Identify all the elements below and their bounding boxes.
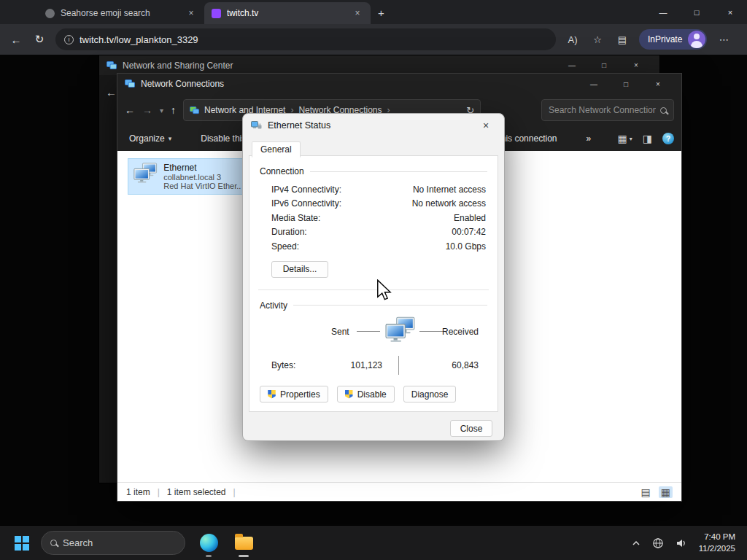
browser-minimize-button[interactable]: —	[646, 0, 680, 24]
browser-refresh-button[interactable]: ↻	[32, 33, 47, 46]
explorer-title-text: Network Connections	[141, 79, 224, 89]
more-menu-icon[interactable]: ⋯	[716, 34, 732, 45]
inprivate-label: InPrivate	[648, 34, 682, 44]
bytes-label: Bytes:	[271, 360, 295, 370]
nsc-close-button[interactable]: ×	[620, 55, 652, 75]
general-tab-page: Connection IPv4 Connectivity:No Internet…	[249, 155, 498, 412]
browser-tab-seahorse[interactable]: Seahorse emoji search ×	[38, 2, 204, 24]
explorer-maximize-button[interactable]: □	[610, 74, 642, 94]
tab-close-icon[interactable]: ×	[352, 8, 363, 18]
nsc-maximize-button[interactable]: □	[588, 55, 620, 75]
activity-connector-line	[419, 331, 443, 332]
new-tab-button[interactable]: +	[378, 7, 384, 19]
change-view-button[interactable]: ▦ ▾	[618, 133, 632, 144]
section-divider	[258, 289, 489, 290]
search-icon	[50, 540, 57, 546]
mouse-cursor	[376, 279, 392, 301]
collections-icon[interactable]: ▤	[614, 34, 630, 45]
inprivate-badge[interactable]: InPrivate	[639, 29, 707, 50]
taskbar-explorer-button[interactable]	[232, 529, 255, 558]
view-grid-icon: ▦	[618, 133, 627, 144]
network-connections-icon	[125, 79, 135, 88]
nsc-minimize-button[interactable]: —	[556, 55, 588, 75]
address-bar[interactable]: i twitch.tv/low_plankton_3329	[55, 28, 556, 50]
connection-device: Red Hat VirtIO Ether...	[163, 182, 241, 190]
computer-activity-icon	[385, 316, 416, 345]
thumbnail-view-icon[interactable]: ▦	[659, 486, 673, 498]
taskbar-edge-button[interactable]	[197, 529, 220, 558]
explorer-back-button[interactable]: ←	[125, 104, 135, 116]
activity-diagram: Sent Received	[249, 315, 498, 350]
taskbar-search[interactable]: Search	[41, 531, 185, 555]
connection-row: IPv6 Connectivity:No network access	[271, 197, 486, 211]
details-button[interactable]: Details...	[271, 261, 328, 278]
explorer-minimize-button[interactable]: —	[578, 74, 610, 94]
history-dropdown-icon[interactable]: ▾	[160, 106, 163, 114]
explorer-up-button[interactable]: ↑	[171, 104, 176, 116]
explorer-titlebar[interactable]: Network Connections — □ ×	[117, 74, 681, 94]
connection-domain: collabnet.local 3	[163, 173, 241, 182]
details-view-icon[interactable]: ▤	[639, 486, 653, 498]
group-rule	[293, 305, 487, 306]
group-rule	[310, 171, 487, 172]
read-aloud-icon[interactable]: A)	[565, 34, 581, 45]
bytes-received-value: 60,843	[452, 360, 479, 370]
preview-pane-button[interactable]: ◨	[643, 133, 652, 144]
network-globe-icon[interactable]	[652, 537, 664, 549]
edge-icon	[200, 534, 218, 552]
chevron-down-icon: ▾	[169, 135, 172, 142]
browser-close-button[interactable]: ×	[713, 0, 747, 24]
tray-chevron-up-icon[interactable]	[632, 540, 640, 547]
properties-button[interactable]: Properties	[260, 386, 328, 402]
disable-button[interactable]: Disable	[337, 386, 395, 402]
site-info-icon[interactable]: i	[64, 35, 74, 44]
tab-general[interactable]: General	[252, 141, 301, 158]
browser-back-button[interactable]: ←	[9, 34, 23, 46]
nsc-title-text: Network and Sharing Center	[123, 61, 233, 71]
taskbar: Search 7:40 PM 11/2/2025	[0, 525, 747, 560]
chevron-down-icon: ▾	[630, 136, 632, 142]
status-divider: |	[233, 487, 236, 497]
nsc-back-button[interactable]: ←	[106, 86, 117, 98]
activity-group-caption: Activity	[260, 300, 487, 311]
bytes-divider	[398, 356, 399, 375]
nsc-titlebar[interactable]: Network and Sharing Center — □ ×	[99, 55, 659, 75]
explorer-forward-button[interactable]: →	[142, 104, 152, 116]
connection-rows: IPv4 Connectivity:No Internet access IPv…	[271, 182, 486, 254]
tab-title: Seahorse emoji search	[61, 8, 179, 18]
taskbar-search-label: Search	[63, 537, 93, 548]
explorer-search-input[interactable]	[549, 105, 656, 115]
bytes-sent-value: 101,123	[322, 360, 382, 370]
explorer-status-bar: 1 item | 1 item selected | ▤ ▦	[117, 482, 681, 501]
diagnose-button[interactable]: Diagnose	[403, 386, 457, 402]
browser-tab-twitch[interactable]: twitch.tv ×	[204, 2, 371, 24]
tab-title: twitch.tv	[227, 8, 346, 18]
tab-favicon	[45, 9, 55, 18]
volume-icon[interactable]	[676, 537, 687, 549]
dialog-close-icon[interactable]: ×	[476, 120, 496, 131]
screen: Seahorse emoji search × twitch.tv × + — …	[0, 0, 747, 560]
browser-restore-button[interactable]: □	[680, 0, 713, 24]
explorer-close-button[interactable]: ×	[642, 74, 674, 94]
bytes-row: Bytes: 101,123 60,843	[249, 357, 498, 375]
item-count: 1 item	[126, 487, 150, 497]
help-icon[interactable]: ?	[662, 133, 674, 144]
start-button[interactable]	[15, 536, 29, 551]
open-app-indicator	[206, 555, 212, 557]
profile-avatar	[688, 31, 705, 48]
tab-close-icon[interactable]: ×	[185, 8, 197, 18]
connection-row: Media State:Enabled	[271, 211, 486, 225]
explorer-search-box[interactable]	[541, 99, 674, 121]
url-text: twitch.tv/low_plankton_3329	[80, 34, 198, 45]
favorites-star-icon[interactable]: ☆	[589, 34, 605, 45]
command-overflow-icon[interactable]: »	[586, 133, 591, 144]
dialog-titlebar[interactable]: Ethernet Status ×	[243, 114, 504, 137]
uac-shield-icon	[268, 390, 276, 399]
ethernet-connection-item[interactable]: Ethernet collabnet.local 3 Red Hat VirtI…	[128, 158, 247, 195]
organize-menu[interactable]: Organize ▾	[129, 133, 171, 144]
active-app-indicator	[239, 555, 249, 557]
connection-group-caption: Connection	[260, 166, 487, 176]
taskbar-clock[interactable]: 7:40 PM 11/2/2025	[699, 532, 735, 554]
network-window-icon	[107, 61, 117, 70]
close-button[interactable]: Close	[450, 420, 492, 437]
